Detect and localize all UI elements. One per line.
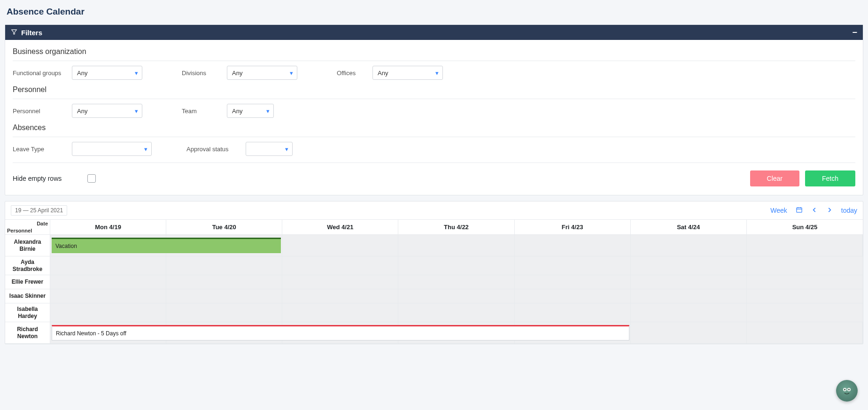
calendar-cell[interactable] — [166, 289, 282, 303]
team-label: Team — [182, 108, 219, 115]
personnel-label: Personnel — [13, 108, 64, 115]
filter-icon — [11, 29, 17, 37]
approval-status-select[interactable]: ▾ — [246, 142, 293, 156]
personnel-select[interactable]: Any ▾ — [72, 104, 142, 118]
day-header: Thu 4/22 — [398, 220, 514, 234]
clear-button[interactable]: Clear — [750, 170, 799, 186]
calendar-cell[interactable] — [747, 275, 863, 289]
calendar-cell[interactable] — [631, 275, 747, 289]
calendar-cell[interactable] — [515, 289, 631, 303]
divisions-select[interactable]: Any ▾ — [227, 66, 297, 80]
calendar-cell[interactable] — [282, 289, 398, 303]
chevron-down-icon: ▾ — [144, 146, 147, 153]
next-icon[interactable] — [826, 207, 833, 215]
calendar-cell[interactable] — [631, 289, 747, 303]
functional-groups-label: Functional groups — [13, 70, 64, 77]
calendar-cell[interactable] — [398, 303, 514, 322]
prev-icon[interactable] — [811, 207, 818, 215]
person-cell: Ayda Stradbroke — [5, 256, 50, 275]
approval-status-label: Approval status — [186, 146, 238, 153]
page-title: Absence Calendar — [7, 7, 863, 17]
calendar-cell[interactable] — [282, 275, 398, 289]
team-select[interactable]: Any ▾ — [227, 104, 274, 118]
hide-empty-label: Hide empty rows — [13, 175, 62, 182]
calendar-cell[interactable] — [747, 235, 863, 256]
person-cell: Ellie Frewer — [5, 275, 50, 289]
calendar-cell[interactable] — [631, 303, 747, 322]
person-cell: Alexandra Birnie — [5, 235, 50, 256]
event-vacation[interactable]: Vacation — [52, 238, 281, 253]
filters-header[interactable]: Filters − — [5, 25, 863, 40]
calendar-cell[interactable] — [166, 275, 282, 289]
calendar-cell[interactable] — [50, 289, 166, 303]
calendar-cell[interactable] — [282, 235, 398, 256]
day-header: Sun 4/25 — [747, 220, 863, 234]
day-header: Fri 4/23 — [515, 220, 631, 234]
chevron-down-icon: ▾ — [135, 70, 138, 77]
calendar-cell[interactable] — [282, 256, 398, 275]
calendar-row — [50, 303, 863, 322]
calendar-cell[interactable] — [631, 256, 747, 275]
calendar-row: Richard Newton - 5 Days off — [50, 322, 863, 344]
calendar-cell[interactable] — [50, 303, 166, 322]
filters-label: Filters — [21, 29, 42, 37]
day-header: Wed 4/21 — [282, 220, 398, 234]
person-cell: Isaac Skinner — [5, 289, 50, 303]
chevron-down-icon: ▾ — [266, 108, 270, 115]
calendar-cell[interactable] — [515, 256, 631, 275]
calendar-cell[interactable] — [398, 256, 514, 275]
person-cell: Richard Newton — [5, 322, 50, 344]
hide-empty-checkbox[interactable] — [87, 174, 96, 183]
calendar-icon[interactable] — [796, 206, 803, 215]
calendar-cell[interactable] — [631, 322, 747, 343]
section-business-org: Business organization — [13, 47, 855, 56]
calendar-cell[interactable] — [166, 303, 282, 322]
filters-panel: Filters − Business organization Function… — [5, 24, 863, 195]
svg-rect-1 — [797, 208, 802, 212]
today-button[interactable]: today — [841, 207, 857, 214]
day-header: Mon 4/19 — [50, 220, 166, 234]
calendar-row — [50, 289, 863, 303]
calendar-cell[interactable] — [50, 275, 166, 289]
leave-type-label: Leave Type — [13, 146, 64, 153]
fetch-button[interactable]: Fetch — [805, 170, 855, 186]
collapse-icon[interactable]: − — [852, 28, 857, 37]
corner-cell: Date Personnel — [5, 220, 50, 235]
person-cell: Isabella Hardey — [5, 303, 50, 322]
chevron-down-icon: ▾ — [290, 70, 293, 77]
leave-type-select[interactable]: ▾ — [72, 142, 152, 156]
view-week[interactable]: Week — [770, 207, 787, 214]
calendar-cell[interactable] — [515, 235, 631, 256]
svg-marker-0 — [12, 30, 17, 34]
calendar-cell[interactable] — [631, 235, 747, 256]
calendar-row: Vacation — [50, 235, 863, 256]
calendar-cell[interactable] — [747, 256, 863, 275]
calendar-cell[interactable] — [515, 303, 631, 322]
chevron-down-icon: ▾ — [285, 146, 288, 153]
calendar-panel: 19 — 25 April 2021 Week today Date Perso… — [5, 201, 863, 344]
section-absences: Absences — [13, 124, 855, 132]
calendar-cell[interactable] — [747, 322, 863, 343]
calendar-cell[interactable] — [282, 303, 398, 322]
calendar-cell[interactable] — [747, 303, 863, 322]
calendar-cell[interactable] — [50, 256, 166, 275]
calendar-row — [50, 256, 863, 275]
offices-label: Offices — [337, 70, 365, 77]
functional-groups-select[interactable]: Any ▾ — [72, 66, 142, 80]
chevron-down-icon: ▾ — [435, 70, 439, 77]
calendar-cell[interactable] — [515, 275, 631, 289]
day-header: Sat 4/24 — [631, 220, 747, 234]
day-header: Tue 4/20 — [166, 220, 282, 234]
date-range: 19 — 25 April 2021 — [11, 205, 67, 216]
calendar-row — [50, 275, 863, 289]
calendar-cell[interactable] — [398, 235, 514, 256]
calendar-cell[interactable] — [166, 256, 282, 275]
chevron-down-icon: ▾ — [135, 108, 138, 115]
calendar-cell[interactable] — [747, 289, 863, 303]
divisions-label: Divisions — [182, 70, 219, 77]
offices-select[interactable]: Any ▾ — [372, 66, 443, 80]
calendar-cell[interactable] — [398, 289, 514, 303]
event-daysoff[interactable]: Richard Newton - 5 Days off — [52, 325, 629, 340]
calendar-cell[interactable] — [398, 275, 514, 289]
section-personnel: Personnel — [13, 85, 855, 94]
